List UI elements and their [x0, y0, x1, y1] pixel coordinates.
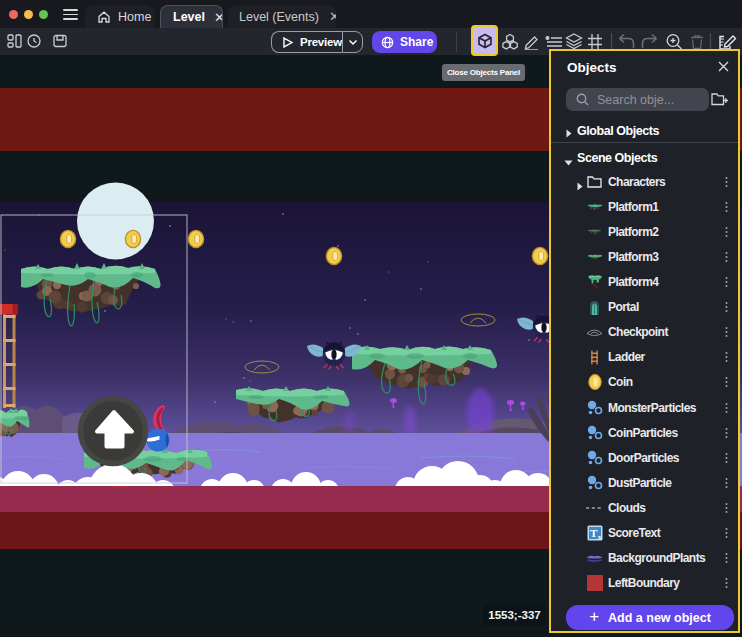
svg-text:x: x — [597, 533, 601, 541]
